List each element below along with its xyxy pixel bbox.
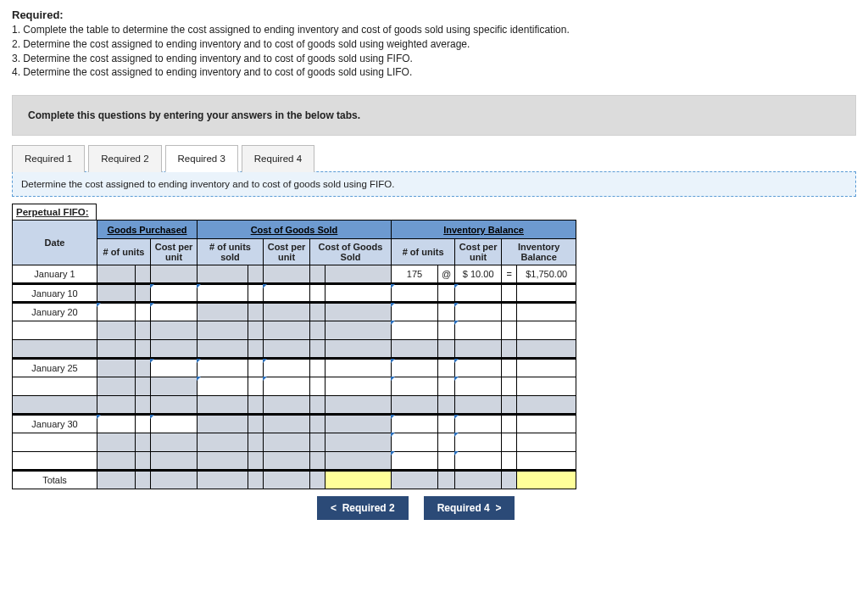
inv_at-cell [438, 452, 455, 471]
cogs_at-cell [248, 433, 264, 452]
cogs_total-cell [326, 340, 392, 359]
inv_cost-cell[interactable] [455, 433, 502, 452]
cogs_units-cell [198, 265, 248, 284]
gp_at-cell [136, 452, 151, 471]
chevron-right-icon: > [495, 502, 501, 514]
gp_units-cell [97, 471, 136, 489]
inv_cost-cell[interactable] [455, 321, 502, 340]
date-cell [13, 452, 97, 471]
cogs_cost-cell[interactable] [264, 284, 310, 303]
inv_balance-cell[interactable] [517, 471, 576, 489]
cogs_total-cell [326, 396, 392, 415]
cogs_at-cell [248, 284, 264, 303]
inv_units-cell[interactable] [392, 321, 438, 340]
inv_cost-cell[interactable] [455, 303, 502, 321]
inv_at-cell [438, 303, 455, 321]
tab-required-4[interactable]: Required 4 [242, 145, 314, 172]
cogs_total-cell[interactable] [326, 284, 392, 303]
col-cogs-units: # of units sold [198, 239, 264, 265]
date-cell: January 1 [13, 265, 97, 284]
inv_cost-cell [455, 396, 502, 415]
inv_units-cell[interactable] [392, 452, 438, 471]
gp_cost-cell[interactable] [151, 359, 198, 377]
gp_cost-cell [151, 433, 198, 452]
section-inventory: Inventory Balance [392, 221, 576, 239]
cogs_total-cell[interactable] [326, 377, 392, 396]
inv_units-cell[interactable] [392, 415, 438, 433]
gp_units-cell [97, 433, 136, 452]
inv_balance-cell[interactable] [517, 377, 576, 396]
cogs_units-cell [198, 471, 248, 489]
inv_balance-cell[interactable] [517, 433, 576, 452]
cogs_cost-cell [264, 433, 310, 452]
cogs_eq-cell [310, 433, 326, 452]
col-inv-units: # of units [392, 239, 455, 265]
cogs_cost-cell [264, 265, 310, 284]
inv_units-cell[interactable] [392, 433, 438, 452]
cogs_cost-cell[interactable] [264, 377, 310, 396]
inv_eq-cell: = [502, 265, 517, 284]
date-cell [13, 433, 97, 452]
gp_units-cell[interactable] [97, 303, 136, 321]
next-button[interactable]: Required 4 > [424, 496, 515, 520]
gp_at-cell [136, 321, 151, 340]
inv_balance-cell[interactable] [517, 359, 576, 377]
gp_units-cell [97, 359, 136, 377]
date-cell: January 30 [13, 415, 97, 433]
inv_balance-cell[interactable] [517, 415, 576, 433]
gp_units-cell [97, 396, 136, 415]
inv_cost-cell[interactable] [455, 359, 502, 377]
inv_balance-cell[interactable] [517, 321, 576, 340]
cogs_at-cell [248, 303, 264, 321]
cogs_units-cell[interactable] [198, 284, 248, 303]
inv_at-cell [438, 396, 455, 415]
cogs_at-cell [248, 377, 264, 396]
gp_at-cell [136, 359, 151, 377]
cogs_at-cell [248, 415, 264, 433]
cogs_at-cell [248, 396, 264, 415]
gp_units-cell [97, 265, 136, 284]
inv_units-cell[interactable] [392, 359, 438, 377]
required-item: 3. Determine the cost assigned to ending… [12, 52, 856, 66]
inv_cost-cell[interactable] [455, 452, 502, 471]
date-cell [13, 321, 97, 340]
section-cogs: Cost of Goods Sold [198, 221, 392, 239]
inv_units-cell [392, 471, 438, 489]
inv_balance-cell[interactable] [517, 452, 576, 471]
cogs_units-cell [198, 340, 248, 359]
required-item: 1. Complete the table to determine the c… [12, 23, 856, 37]
inv_balance-cell[interactable] [517, 284, 576, 303]
tab-required-3[interactable]: Required 3 [165, 145, 238, 172]
tab-required-1[interactable]: Required 1 [12, 145, 85, 172]
prev-button[interactable]: < Required 2 [317, 496, 409, 520]
cogs_eq-cell [310, 471, 326, 489]
instruction-banner: Complete this questions by entering your… [12, 95, 856, 136]
tab-description: Determine the cost assigned to ending in… [12, 171, 856, 197]
chevron-left-icon: < [331, 502, 337, 514]
inv_cost-cell [455, 471, 502, 489]
cogs_eq-cell [310, 284, 326, 303]
cogs_units-cell[interactable] [198, 377, 248, 396]
cogs_total-cell[interactable] [326, 471, 392, 489]
inv_balance-cell[interactable] [517, 303, 576, 321]
fifo-table: Date Goods Purchased Cost of Goods Sold … [12, 220, 576, 489]
inv_units-cell[interactable] [392, 377, 438, 396]
inv_cost-cell[interactable] [455, 377, 502, 396]
cogs_total-cell [326, 452, 392, 471]
gp_units-cell[interactable] [97, 415, 136, 433]
inv_balance-cell [517, 340, 576, 359]
inv_units-cell: 175 [392, 265, 438, 284]
gp_cost-cell[interactable] [151, 415, 198, 433]
inv_units-cell[interactable] [392, 284, 438, 303]
gp_cost-cell[interactable] [151, 303, 198, 321]
cogs_units-cell[interactable] [198, 359, 248, 377]
required-list: 1. Complete the table to determine the c… [12, 23, 856, 80]
cogs_cost-cell[interactable] [264, 359, 310, 377]
tab-required-2[interactable]: Required 2 [88, 145, 161, 172]
gp_cost-cell[interactable] [151, 284, 198, 303]
cogs_total-cell[interactable] [326, 359, 392, 377]
inv_cost-cell[interactable] [455, 415, 502, 433]
inv_cost-cell [455, 340, 502, 359]
inv_units-cell[interactable] [392, 303, 438, 321]
inv_cost-cell[interactable] [455, 284, 502, 303]
